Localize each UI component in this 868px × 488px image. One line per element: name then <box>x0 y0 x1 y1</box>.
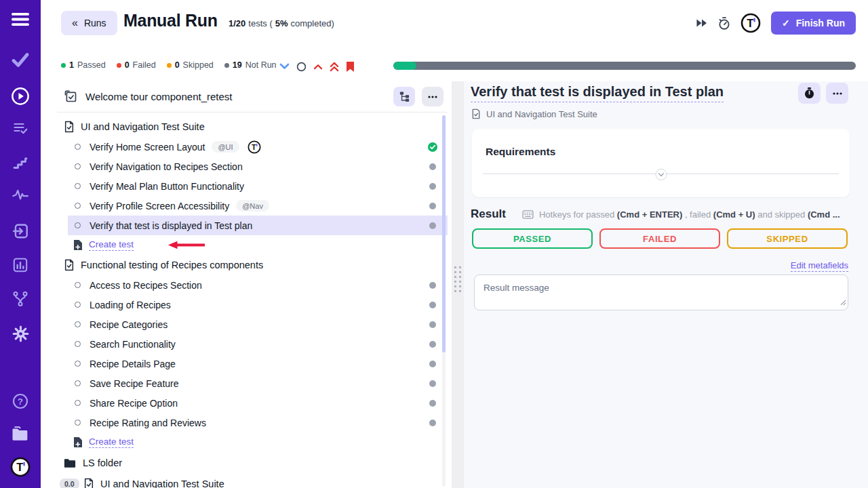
test-state-circle-icon <box>75 321 81 327</box>
mark-passed-button[interactable]: PASSED <box>472 228 593 249</box>
test-row[interactable]: Verify that test is displayed in Test pl… <box>68 216 448 235</box>
menu-icon[interactable] <box>0 13 41 26</box>
hotkey-combo: (Cmd ... <box>808 209 840 220</box>
status-counter-passed: 1Passed <box>61 60 106 70</box>
status-notrun-dot <box>429 222 436 229</box>
run-progress-bar <box>393 62 856 70</box>
pulse-icon[interactable] <box>0 188 41 201</box>
steps-icon[interactable] <box>0 155 41 171</box>
branch-icon[interactable] <box>0 290 41 308</box>
expand-requirements-button[interactable] <box>655 169 667 180</box>
circle-icon[interactable] <box>296 62 307 72</box>
status-notrun-dot <box>429 163 436 170</box>
run-list-icon[interactable] <box>0 120 41 136</box>
suite-label: UI and Navigation Test Suite <box>81 121 205 132</box>
chevron-down-icon[interactable] <box>279 63 290 70</box>
test-label: Verify Navigation to Recipes Section <box>90 161 243 172</box>
timer-button[interactable] <box>798 83 821 104</box>
test-row[interactable]: Recipe Rating and Reviews <box>57 413 448 432</box>
mark-skipped-button[interactable]: SKIPPED <box>727 228 848 249</box>
create-test-row[interactable]: Create test <box>57 432 448 452</box>
mark-failed-button[interactable]: FAILED <box>599 228 720 249</box>
test-row[interactable]: Verify Profile Screen Accessibility@Nav <box>57 196 448 216</box>
suite-row[interactable]: 0.0UI and Navigation Test Suite <box>57 474 448 488</box>
requirements-title: Requirements <box>486 146 555 158</box>
fast-forward-icon[interactable] <box>696 18 707 28</box>
file-plus-icon <box>73 239 83 251</box>
status-dot-icon <box>224 63 229 68</box>
result-message-input[interactable] <box>474 274 848 310</box>
status-notrun-dot <box>429 361 436 367</box>
result-title: Result <box>471 207 506 221</box>
test-state-circle-icon <box>75 380 81 386</box>
test-row[interactable]: Access to Recipes Section <box>57 275 448 295</box>
suite-row[interactable]: UI and Navigation Test Suite <box>57 117 448 137</box>
chevron-up-icon[interactable] <box>313 64 323 70</box>
folder-row[interactable]: LS folder <box>57 452 448 474</box>
status-counters: 1Passed0Failed0Skipped19Not Run <box>61 60 277 70</box>
suite-doc-icon <box>64 259 75 271</box>
double-chevron-left-icon: « <box>72 17 78 29</box>
test-label: Access to Recipes Section <box>90 280 202 291</box>
suite-row[interactable]: Functional testing of Recipes components <box>57 255 448 275</box>
back-to-runs-button[interactable]: « Runs <box>61 11 117 35</box>
requirements-divider <box>483 174 839 174</box>
play-icon[interactable] <box>0 87 41 106</box>
status-notrun-dot <box>429 302 436 308</box>
test-detail-panel: Verify that test is displayed in Test pl… <box>464 81 868 488</box>
test-row[interactable]: Loading of Recipes <box>57 295 448 314</box>
tree-scrollbar-thumb[interactable] <box>442 115 446 352</box>
test-row[interactable]: Share Recipe Option <box>57 393 448 413</box>
percent-completed: 5% <box>275 18 288 28</box>
bookmark-icon[interactable] <box>346 61 355 73</box>
check-icon[interactable] <box>0 53 41 67</box>
hotkey-text: , failed <box>682 209 713 220</box>
result-message-wrap <box>474 274 848 310</box>
status-filters <box>279 61 355 72</box>
detail-more-button[interactable] <box>826 83 848 104</box>
chart-icon[interactable] <box>0 256 41 274</box>
test-state-circle-icon <box>75 144 81 150</box>
create-test-link[interactable]: Create test <box>89 239 134 251</box>
create-test-row[interactable]: Create test <box>57 235 448 255</box>
run-review-icon <box>64 89 78 104</box>
status-dot-icon <box>61 63 66 68</box>
test-row[interactable]: Recipe Details Page <box>57 354 448 373</box>
projects-icon[interactable] <box>0 426 41 442</box>
test-row[interactable]: Verify Home Screen Layout@UIT <box>57 137 448 157</box>
suite-reference: UI and Navigation Test Suite <box>471 108 597 119</box>
panel-resize-handle[interactable] <box>452 81 464 488</box>
test-row[interactable]: Save Recipe Feature <box>57 373 448 393</box>
brand-logo-icon[interactable]: T <box>741 13 761 33</box>
create-test-link[interactable]: Create test <box>89 436 134 448</box>
import-icon[interactable] <box>0 222 41 240</box>
back-to-runs-label: Runs <box>84 18 106 28</box>
test-row[interactable]: Verify Meal Plan Button Functionality <box>57 176 448 196</box>
hotkey-combo: (Cmd + ENTER) <box>617 209 682 220</box>
gear-icon[interactable] <box>0 325 41 343</box>
edit-metafields-link[interactable]: Edit metafields <box>791 260 848 272</box>
test-label: Verify that test is displayed in Test pl… <box>90 220 252 231</box>
app-sidebar: ?T <box>0 0 41 488</box>
run-progress-text: 1/20tests (5%completed) <box>229 18 334 28</box>
tree-more-button[interactable] <box>422 87 443 106</box>
status-dot-icon <box>117 63 121 68</box>
requirements-card: Requirements <box>472 129 850 197</box>
test-row[interactable]: Search Functionality <box>57 334 448 354</box>
status-passed-icon <box>428 142 437 152</box>
test-state-circle-icon <box>75 203 81 209</box>
test-state-circle-icon <box>75 361 81 367</box>
test-label: Recipe Categories <box>90 319 167 330</box>
test-row[interactable]: Verify Navigation to Recipes Section <box>57 157 448 176</box>
double-chevron-up-icon[interactable] <box>330 62 339 72</box>
finish-run-button[interactable]: ✓ Finish Run <box>771 12 856 35</box>
test-row[interactable]: Recipe Categories <box>57 314 448 334</box>
help-icon[interactable]: ? <box>0 392 41 410</box>
test-title[interactable]: Verify that test is displayed in Test pl… <box>471 84 724 102</box>
svg-text:T: T <box>252 142 256 150</box>
test-label: Verify Home Screen Layout <box>90 142 205 152</box>
tree-scrollbar[interactable] <box>442 115 446 487</box>
stopwatch-icon[interactable] <box>717 16 730 30</box>
group-by-suite-button[interactable] <box>393 87 415 106</box>
test-state-circle-icon <box>75 400 81 406</box>
